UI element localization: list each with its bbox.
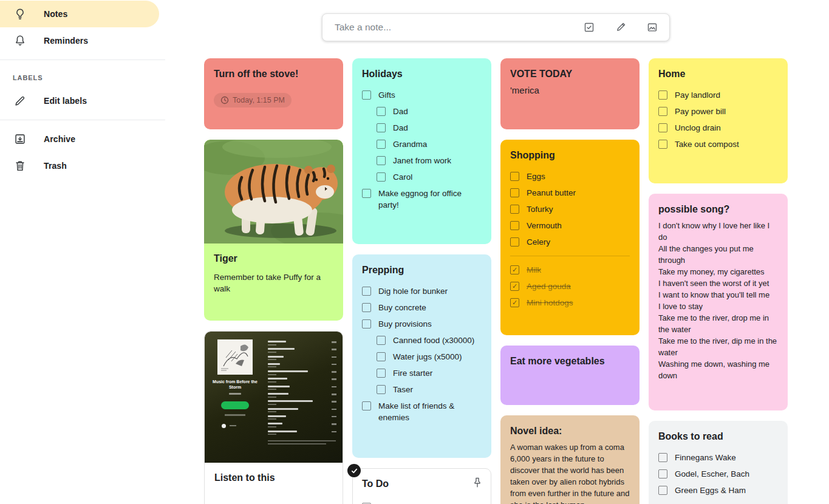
spotify-screenshot-image[interactable]: Music from Before the Storm <box>205 332 343 463</box>
checklist-item[interactable]: Get a job <box>362 499 482 504</box>
checklist-item[interactable]: Pay power bill <box>658 103 778 120</box>
pin-icon[interactable] <box>471 477 483 489</box>
shuffle-row <box>222 424 236 428</box>
note-books-to-read[interactable]: Books to read Finnegans Wake Godel, Esch… <box>649 421 788 504</box>
checklist-item[interactable]: Dad <box>377 103 482 120</box>
checkbox-unchecked-icon[interactable] <box>362 401 371 410</box>
checkbox-unchecked-icon[interactable] <box>362 90 371 100</box>
sidebar-item-trash[interactable]: Trash <box>0 152 159 179</box>
checkbox-checked-icon[interactable]: ✓ <box>510 298 519 307</box>
note-vote-today[interactable]: VOTE TODAY 'merica <box>500 58 640 129</box>
checklist-item[interactable]: Taser <box>377 381 482 398</box>
checkbox-unchecked-icon[interactable] <box>658 140 667 149</box>
checklist-item[interactable]: Buy concrete <box>362 299 482 316</box>
checkbox-unchecked-icon[interactable] <box>377 172 386 182</box>
sidebar-item-archive[interactable]: Archive <box>0 126 159 152</box>
checklist-item-label: Godel, Escher, Bach <box>675 468 749 480</box>
new-image-icon[interactable] <box>646 21 658 33</box>
note-tiger[interactable]: Tiger Remember to take Puffy for a walk <box>204 140 343 321</box>
note-home[interactable]: Home Pay landlord Pay power bill Unclog … <box>649 58 788 183</box>
checkbox-unchecked-icon[interactable] <box>510 221 519 230</box>
checkbox-unchecked-icon[interactable] <box>510 172 519 181</box>
checklist-item[interactable]: Finnegans Wake <box>658 449 778 466</box>
checkbox-unchecked-icon[interactable] <box>377 369 386 378</box>
note-to-do[interactable]: To Do Get a job <box>352 468 491 504</box>
checkbox-unchecked-icon[interactable] <box>377 156 386 165</box>
checklist-item[interactable]: Peanut butter <box>510 185 630 201</box>
checkbox-unchecked-icon[interactable] <box>658 107 667 116</box>
checklist-item[interactable]: Make list of friends & enemies <box>362 398 482 426</box>
checklist-item-label: Gifts <box>378 89 395 101</box>
note-prepping[interactable]: Prepping Dig hole for bunker Buy concret… <box>352 254 491 458</box>
checkbox-checked-icon[interactable]: ✓ <box>510 265 519 274</box>
checkbox-unchecked-icon[interactable] <box>362 319 371 329</box>
checklist-item-checked[interactable]: ✓Milk <box>510 262 630 278</box>
new-drawing-brush-icon[interactable] <box>615 21 627 33</box>
checkbox-unchecked-icon[interactable] <box>377 123 386 132</box>
reminder-chip[interactable]: Today, 1:15 PM <box>214 93 292 107</box>
checklist-item[interactable]: Janet from work <box>377 152 482 169</box>
checkbox-unchecked-icon[interactable] <box>362 189 371 198</box>
selected-check-icon[interactable] <box>347 464 361 477</box>
checklist-item[interactable]: Dig hole for bunker <box>362 283 482 299</box>
checklist-item[interactable]: Take out compost <box>658 136 778 152</box>
checkbox-unchecked-icon[interactable] <box>362 303 371 312</box>
checkbox-unchecked-icon[interactable] <box>377 107 386 116</box>
note-novel-idea[interactable]: Novel idea: A woman wakes up from a coma… <box>500 415 640 504</box>
checkbox-unchecked-icon[interactable] <box>510 188 519 197</box>
sidebar-item-edit-labels[interactable]: Edit labels <box>0 87 159 114</box>
checkbox-unchecked-icon[interactable] <box>362 287 371 296</box>
note-holidays[interactable]: Holidays Gifts Dad Dad Grandma Janet fro… <box>352 58 491 244</box>
sidebar-item-reminders[interactable]: Reminders <box>0 27 159 54</box>
checklist-item[interactable]: Unclog drain <box>658 120 778 136</box>
checklist-item[interactable]: Green Eggs & Ham <box>658 482 778 499</box>
checkbox-unchecked-icon[interactable] <box>377 385 386 394</box>
checklist-item[interactable]: Make eggnog for office party! <box>362 185 482 213</box>
tiger-photo[interactable] <box>204 140 343 243</box>
checklist-item-label: Peanut butter <box>527 187 576 199</box>
checkbox-unchecked-icon[interactable] <box>658 469 667 478</box>
note-shopping[interactable]: Shopping Eggs Peanut butter Tofurky Verm… <box>500 140 640 335</box>
checkbox-unchecked-icon[interactable] <box>658 123 667 132</box>
checkbox-unchecked-icon[interactable] <box>658 453 667 462</box>
note-listen-to-this[interactable]: Music from Before the Storm Listen to th… <box>204 331 343 504</box>
checklist-item[interactable]: Fire starter <box>377 365 482 381</box>
checklist-item[interactable]: Tofurky <box>510 201 630 217</box>
checklist-item[interactable]: Gifts <box>362 87 482 103</box>
sidebar-item-label: Edit labels <box>44 96 87 106</box>
album-title: Music from Before the Storm <box>212 379 258 390</box>
checkbox-unchecked-icon[interactable] <box>510 205 519 214</box>
checklist-item[interactable]: Carol <box>377 169 482 185</box>
checklist-item[interactable]: Canned food (x30000) <box>377 332 482 349</box>
take-a-note-input[interactable] <box>333 21 564 33</box>
checklist-item-checked[interactable]: ✓Mini hotdogs <box>510 295 630 311</box>
checkbox-unchecked-icon[interactable] <box>658 486 667 495</box>
new-checklist-icon[interactable] <box>583 21 595 33</box>
checklist-item-label: Dig hole for bunker <box>378 285 448 297</box>
checklist-item[interactable]: Grandma <box>377 136 482 152</box>
checklist-item[interactable]: Buy provisions <box>362 316 482 332</box>
take-a-note-bar[interactable] <box>322 13 670 41</box>
checkbox-checked-icon[interactable]: ✓ <box>510 282 519 291</box>
checkbox-unchecked-icon[interactable] <box>377 336 386 345</box>
note-title: Turn off the stove! <box>214 67 333 81</box>
checklist-item-label: Carol <box>393 171 412 183</box>
checkbox-unchecked-icon[interactable] <box>510 237 519 247</box>
note-body: Remember to take Puffy for a walk <box>214 271 333 295</box>
checklist-item[interactable]: Eggs <box>510 168 630 185</box>
checklist-item[interactable]: Pay landlord <box>658 87 778 103</box>
checklist-item-checked[interactable]: ✓Aged gouda <box>510 278 630 295</box>
sidebar-item-notes[interactable]: Notes <box>0 1 159 27</box>
checklist-item[interactable]: Dad <box>377 120 482 136</box>
note-turn-off-the-stove[interactable]: Turn off the stove! Today, 1:15 PM <box>204 58 343 129</box>
checkbox-unchecked-icon[interactable] <box>658 90 667 100</box>
note-eat-more-vegetables[interactable]: Eat more vegetables <box>500 346 640 405</box>
checkbox-unchecked-icon[interactable] <box>377 352 386 361</box>
checklist-item[interactable]: Celery <box>510 234 630 250</box>
checklist-item[interactable]: Water jugs (x5000) <box>377 349 482 365</box>
checkbox-unchecked-icon[interactable] <box>377 140 386 149</box>
checklist-item[interactable]: Vermouth <box>510 217 630 234</box>
checklist-item[interactable]: Godel, Escher, Bach <box>658 466 778 482</box>
note-possible-song[interactable]: possible song? I don't know why I love h… <box>649 194 788 410</box>
checklist-item-label: Tofurky <box>527 203 553 215</box>
